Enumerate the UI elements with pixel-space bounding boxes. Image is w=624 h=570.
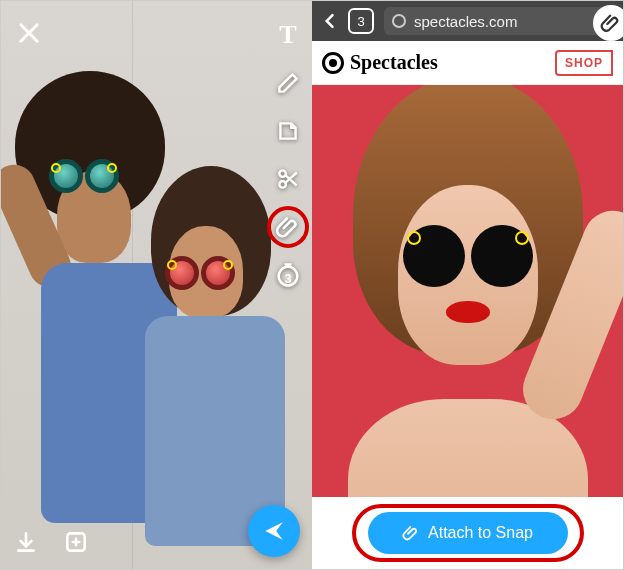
- tabs-count-label: 3: [357, 14, 364, 29]
- sticker-tool-icon[interactable]: [274, 117, 302, 145]
- paperclip-attach-icon[interactable]: [274, 213, 302, 241]
- browser-tabs-button[interactable]: 3: [348, 8, 374, 34]
- snapchat-editor-panel: T 3: [1, 1, 312, 569]
- browser-address-field[interactable]: spectacles.com: [384, 7, 615, 35]
- send-button[interactable]: [248, 505, 300, 557]
- webpage-content: Spectacles SHOP: [312, 41, 623, 569]
- editor-bottom-bar: [11, 527, 91, 557]
- browser-panel: 3 spectacles.com Spectacles SHOP: [312, 1, 623, 569]
- spectacles-red: [165, 256, 235, 290]
- browser-back-button[interactable]: [312, 11, 348, 31]
- site-identity-icon: [392, 14, 406, 28]
- text-tool-icon[interactable]: T: [274, 21, 302, 49]
- browser-url-text: spectacles.com: [414, 13, 517, 30]
- draw-tool-icon[interactable]: [274, 69, 302, 97]
- editor-toolbar: T 3: [274, 21, 302, 289]
- spectacles-logo-icon: [322, 52, 344, 74]
- attach-bar: Attach to Snap: [312, 497, 623, 569]
- snap-photo-content: [1, 1, 312, 569]
- person-right: [131, 186, 291, 546]
- shop-button[interactable]: SHOP: [555, 50, 613, 76]
- story-add-icon[interactable]: [61, 527, 91, 557]
- browser-url-bar: 3 spectacles.com: [312, 1, 623, 41]
- model-spectacles: [403, 225, 533, 287]
- site-header: Spectacles SHOP: [312, 41, 623, 85]
- timer-tool-icon[interactable]: 3: [274, 261, 302, 289]
- split-tutorial-view: T 3: [0, 0, 624, 570]
- scissors-tool-icon[interactable]: [274, 165, 302, 193]
- save-icon[interactable]: [11, 527, 41, 557]
- close-button[interactable]: [15, 19, 43, 47]
- paperclip-highlight: [267, 206, 309, 248]
- spectacles-teal: [49, 159, 119, 193]
- brand-name-text: Spectacles: [350, 51, 438, 74]
- snapchat-attach-badge-icon[interactable]: [593, 5, 624, 41]
- brand-logo[interactable]: Spectacles: [322, 51, 438, 74]
- attach-highlight-ring: [352, 504, 584, 562]
